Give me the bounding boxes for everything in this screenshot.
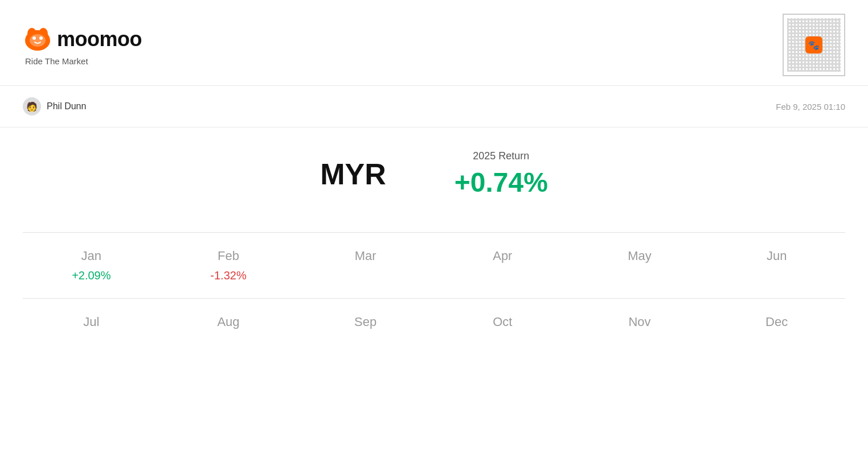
month-value bbox=[364, 269, 367, 282]
month-name: Nov bbox=[628, 315, 650, 329]
month-cell-aug: Aug bbox=[160, 299, 297, 364]
month-cell-feb: Feb-1.32% bbox=[160, 233, 297, 298]
month-name: Feb bbox=[218, 249, 239, 263]
tagline: Ride The Market bbox=[23, 56, 142, 66]
qr-code: 🐾 bbox=[783, 14, 845, 76]
return-section: MYR 2025 Return +0.74% bbox=[23, 150, 845, 198]
month-cell-nov: Nov bbox=[571, 299, 709, 364]
month-cell-mar: Mar bbox=[297, 233, 434, 298]
month-name: Jul bbox=[83, 315, 99, 329]
month-name: Mar bbox=[355, 249, 376, 263]
month-name: Jan bbox=[81, 249, 101, 263]
month-name: Jun bbox=[767, 249, 787, 263]
avatar: 🧑 bbox=[23, 97, 41, 116]
logo-row: moomoo bbox=[23, 24, 142, 54]
user-bar: 🧑 Phil Dunn Feb 9, 2025 01:10 bbox=[0, 86, 868, 127]
month-value bbox=[775, 335, 779, 348]
moomoo-logo-icon bbox=[23, 24, 52, 54]
month-name: Aug bbox=[217, 315, 239, 329]
month-value bbox=[638, 269, 641, 282]
month-cell-dec: Dec bbox=[708, 299, 845, 364]
svg-point-5 bbox=[39, 36, 43, 40]
month-cell-jun: Jun bbox=[708, 233, 845, 298]
month-value bbox=[501, 335, 505, 348]
month-cell-sep: Sep bbox=[297, 299, 434, 364]
month-cell-jul: Jul bbox=[23, 299, 160, 364]
month-name: Oct bbox=[493, 315, 512, 329]
monthly-grid-row1: Jan+2.09%Feb-1.32%Mar Apr May Jun bbox=[23, 232, 845, 298]
month-cell-jan: Jan+2.09% bbox=[23, 233, 160, 298]
month-value bbox=[501, 269, 505, 282]
qr-logo-overlay: 🐾 bbox=[805, 36, 822, 53]
month-value bbox=[90, 335, 93, 348]
user-name: Phil Dunn bbox=[47, 101, 86, 112]
return-title: 2025 Return bbox=[473, 150, 529, 162]
svg-point-4 bbox=[32, 36, 36, 40]
month-value bbox=[775, 269, 779, 282]
logo-area: moomoo Ride The Market bbox=[23, 24, 142, 66]
month-value: +2.09% bbox=[72, 269, 110, 282]
return-value: +0.74% bbox=[455, 167, 548, 198]
month-cell-oct: Oct bbox=[434, 299, 571, 364]
month-value bbox=[227, 335, 230, 348]
return-info: 2025 Return +0.74% bbox=[455, 150, 548, 198]
month-name: Sep bbox=[354, 315, 376, 329]
month-value: -1.32% bbox=[210, 269, 246, 282]
svg-point-3 bbox=[30, 34, 46, 47]
month-value bbox=[364, 335, 367, 348]
month-cell-may: May bbox=[571, 233, 709, 298]
user-info: 🧑 Phil Dunn bbox=[23, 97, 86, 116]
month-cell-apr: Apr bbox=[434, 233, 571, 298]
currency-label: MYR bbox=[320, 157, 386, 191]
monthly-grid-row2: Jul Aug Sep Oct Nov Dec bbox=[23, 298, 845, 364]
month-value bbox=[638, 335, 641, 348]
month-name: May bbox=[628, 249, 652, 263]
timestamp: Feb 9, 2025 01:10 bbox=[776, 102, 845, 112]
main-content: MYR 2025 Return +0.74% Jan+2.09%Feb-1.32… bbox=[0, 127, 868, 364]
qr-logo-icon: 🐾 bbox=[808, 40, 820, 51]
logo-text: moomoo bbox=[57, 27, 142, 51]
month-name: Dec bbox=[765, 315, 788, 329]
header: moomoo Ride The Market 🐾 bbox=[0, 0, 868, 86]
month-name: Apr bbox=[493, 249, 512, 263]
